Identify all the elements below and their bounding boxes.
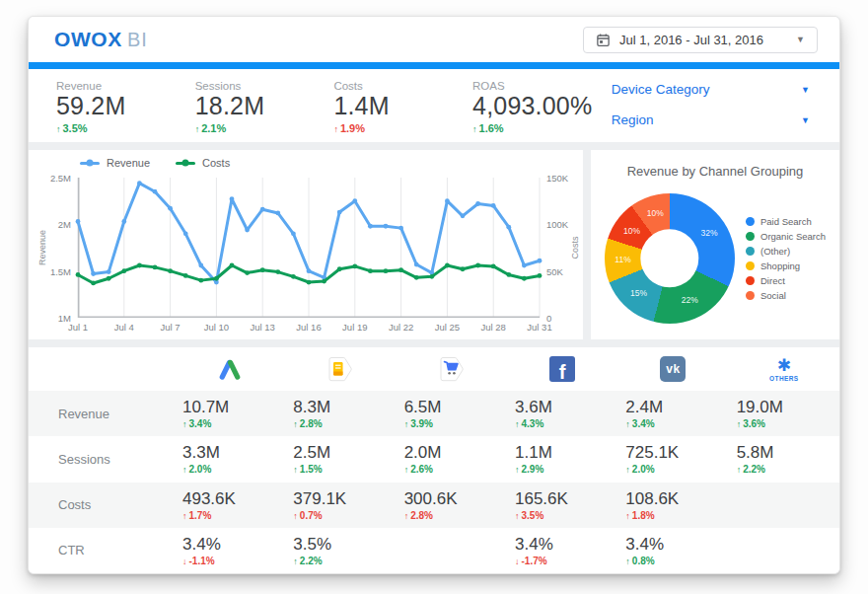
metric-delta: ↑2.8% — [404, 510, 507, 521]
donut-row: 32%22%15%11%10%10% Paid SearchOrganic Se… — [599, 185, 832, 332]
donut-legend-item-shopping[interactable]: Shopping — [746, 260, 826, 271]
x-axis-tick: Jul 10 — [204, 322, 229, 333]
table-row-sessions: Sessions3.3M↑2.0%2.5M↑1.5%2.0M↑2.6%1.1M↑… — [29, 436, 839, 482]
metric-cell: 6.5M↑3.9% — [397, 398, 507, 429]
metric-cell: 3.5%↑2.2% — [285, 535, 396, 566]
table-header-row: fvk✱OTHERS — [29, 347, 839, 391]
legend-swatch — [80, 162, 100, 165]
donut-slice-label-social: 10% — [647, 208, 664, 218]
legend-label: Revenue — [107, 157, 150, 169]
line-chart-legend: RevenueCosts — [80, 157, 230, 169]
section-divider — [29, 142, 839, 150]
metric-value: 19.0M — [737, 398, 839, 417]
legend-item-revenue[interactable]: Revenue — [80, 157, 150, 169]
metric-value: 5.8M — [737, 443, 839, 463]
metric-cell: 1.1M↑2.9% — [507, 443, 617, 475]
trend-up-arrow-icon: ↑ — [195, 124, 200, 134]
trend-up-arrow-icon: ↑ — [515, 465, 520, 475]
kpi-delta-value: 3.5% — [63, 122, 88, 134]
metric-value: 6.5M — [404, 398, 507, 417]
metric-cell: 725.1K↑2.0% — [617, 443, 728, 475]
metric-delta: ↑0.8% — [625, 556, 728, 566]
metric-cell: 3.6M↑4.3% — [507, 398, 617, 429]
left-axis-title: Revenue — [37, 230, 47, 265]
x-axis-tick: Jul 1 — [68, 322, 88, 333]
trend-up-arrow-icon: ↑ — [515, 511, 520, 521]
metric-cell: 2.0M↑2.6% — [397, 443, 507, 475]
filter-label: Region — [612, 112, 654, 127]
metric-value: 493.6K — [182, 489, 285, 509]
metric-delta-value: 3.9% — [410, 418, 433, 429]
kpi-value: 59.2M — [56, 93, 195, 120]
kpi-delta: ↑1.9% — [333, 122, 472, 134]
donut-legend-item-social[interactable]: Social — [746, 290, 826, 301]
filter-device-category[interactable]: Device Category▼ — [612, 82, 810, 97]
metric-delta: ↑1.8% — [625, 510, 728, 521]
metric-delta: ↑2.0% — [182, 464, 285, 475]
donut-legend-item-paid-search[interactable]: Paid Search — [746, 216, 826, 227]
donut-legend-item-direct[interactable]: Direct — [746, 275, 826, 286]
date-range-picker[interactable]: Jul 1, 2016 - Jul 31, 2016 ▼ — [583, 27, 818, 53]
metric-delta-value: 2.8% — [410, 510, 433, 521]
metric-value: 2.4M — [625, 398, 728, 417]
legend-label: Paid Search — [760, 216, 812, 227]
metric-delta-value: 4.3% — [522, 418, 544, 429]
logo-secondary: BI — [127, 29, 148, 51]
metric-delta: ↑2.2% — [737, 464, 839, 475]
y-axis-tick-left: 1.5M — [50, 265, 71, 276]
metric-delta-value: 2.0% — [632, 464, 655, 475]
x-axis-tick: Jul 16 — [296, 322, 321, 333]
kpi-delta: ↑3.5% — [56, 122, 195, 134]
donut-slice-label-direct: 10% — [623, 226, 640, 236]
trend-up-arrow-icon: ↑ — [737, 465, 742, 475]
legend-item-costs[interactable]: Costs — [176, 157, 230, 169]
metric-delta-value: 1.8% — [632, 510, 655, 521]
kpi-delta: ↑1.6% — [472, 122, 612, 134]
x-axis-tick: Jul 25 — [435, 322, 460, 333]
donut-slice-label-other: 15% — [630, 288, 647, 298]
chevron-down-icon: ▼ — [801, 115, 810, 125]
metric-value: 108.6K — [625, 489, 728, 509]
kpi-label: Costs — [333, 80, 472, 92]
y-axis-tick-right: 50K — [546, 265, 563, 276]
trend-up-arrow-icon: ↑ — [293, 465, 298, 475]
kpi-costs: Costs1.4M↑1.9% — [333, 80, 472, 129]
donut-legend-item-organic-search[interactable]: Organic Search — [746, 231, 826, 242]
metric-delta-value: 3.4% — [632, 418, 655, 429]
channel-column-vk-icon: vk — [617, 356, 728, 382]
trend-up-arrow-icon: ↑ — [625, 465, 630, 475]
legend-label: Direct — [760, 275, 785, 286]
x-axis-tick: Jul 22 — [389, 322, 413, 333]
kpi-sessions: Sessions18.2M↑2.1% — [195, 80, 334, 129]
y-axis-tick-right: 150K — [546, 173, 568, 184]
metric-value: 3.4% — [182, 535, 285, 555]
metric-cell: 2.5M↑1.5% — [285, 443, 396, 475]
section-divider — [29, 339, 839, 347]
metric-cell: 3.4%↑0.8% — [617, 535, 728, 566]
metric-delta-value: 1.5% — [300, 464, 323, 475]
legend-dot — [746, 217, 755, 226]
metric-delta: ↑3.4% — [625, 418, 728, 429]
metric-delta: ↑2.2% — [293, 556, 396, 566]
channel-column-google-ads-icon — [175, 358, 285, 381]
metric-delta: ↓-1.7% — [515, 556, 617, 566]
legend-dot — [182, 160, 189, 167]
metric-delta-value: 2.6% — [410, 464, 433, 475]
channel-caption: OTHERS — [769, 375, 799, 382]
channels-table: fvk✱OTHERSRevenue10.7M↑3.4%8.3M↑2.8%6.5M… — [29, 347, 839, 573]
filter-region[interactable]: Region▼ — [612, 112, 810, 127]
trend-up-arrow-icon: ↑ — [56, 124, 61, 134]
trend-up-arrow-icon: ↑ — [182, 511, 187, 521]
filter-controls: Device Category▼Region▼ — [612, 80, 814, 129]
metric-delta-value: -1.7% — [522, 556, 547, 566]
trend-up-arrow-icon: ↑ — [182, 419, 187, 429]
donut-legend-item-other[interactable]: (Other) — [746, 246, 826, 257]
vk-icon: vk — [660, 356, 686, 382]
donut-slice-label-organic-search: 22% — [682, 295, 698, 305]
timeseries-chart-panel: RevenueCosts Revenue Costs 2.5M2M1.5M1M1… — [29, 150, 583, 339]
metric-value: 1.1M — [515, 443, 617, 463]
others-icon: ✱ — [777, 357, 791, 374]
metric-delta: ↑2.8% — [293, 418, 396, 429]
line-chart-svg — [78, 178, 540, 318]
kpi-value: 4,093.00% — [472, 93, 612, 120]
